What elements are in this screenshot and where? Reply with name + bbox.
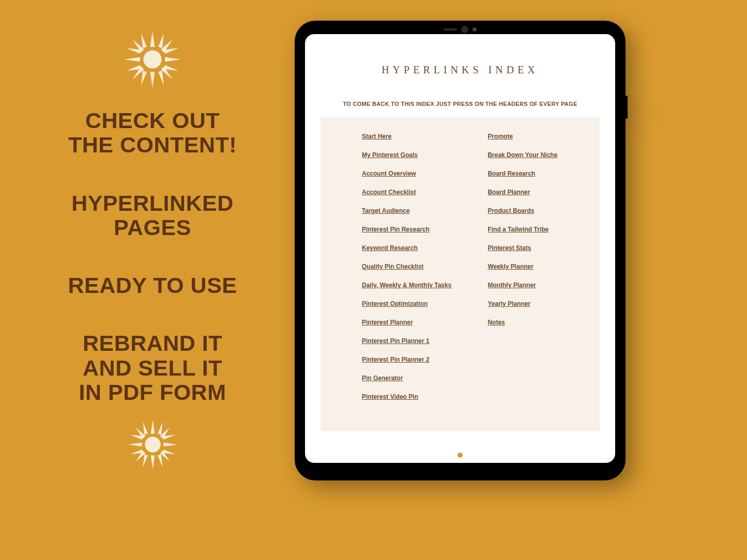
sunburst-icon xyxy=(128,420,177,469)
index-link[interactable]: Account Checklist xyxy=(362,189,451,196)
index-subtitle: TO COME BACK TO THIS INDEX JUST PRESS ON… xyxy=(305,101,615,107)
promo-line: CHECK OUT xyxy=(41,108,264,133)
sunburst-icon xyxy=(124,31,181,88)
index-link[interactable]: Daily, Weekly & Monthly Tasks xyxy=(362,282,451,289)
index-link[interactable]: Pinterest Optimization xyxy=(362,300,451,307)
index-link[interactable]: Keyword Research xyxy=(362,244,451,252)
tablet-bezel: HYPERLINKS INDEX TO COME BACK TO THIS IN… xyxy=(295,21,626,480)
index-link[interactable]: Pinterest Pin Research xyxy=(362,226,451,233)
index-link[interactable]: Board Planner xyxy=(487,189,557,196)
sensor-icon xyxy=(472,27,477,32)
promo-line: READY TO USE xyxy=(41,273,264,298)
index-link[interactable]: My Pinterest Goals xyxy=(362,151,451,159)
promo-left-column: CHECK OUT THE CONTENT! HYPERLINKED PAGES… xyxy=(41,31,264,469)
index-link[interactable]: Yearly Planner xyxy=(487,300,557,307)
promo-line: AND SELL IT xyxy=(41,356,264,380)
index-link[interactable]: Pinterest Stats xyxy=(487,244,557,252)
promo-line: IN PDF FORM xyxy=(41,380,264,405)
tablet-notch xyxy=(444,26,477,33)
index-link[interactable]: Pinterest Pin Planner 1 xyxy=(362,337,451,345)
index-link[interactable]: Quality Pin Checklist xyxy=(362,263,451,270)
promo-line: PAGES xyxy=(41,215,264,240)
index-link[interactable]: Monthly Planner xyxy=(487,282,557,289)
index-link[interactable]: Product Boards xyxy=(487,207,557,214)
home-indicator-icon xyxy=(458,453,463,458)
index-link[interactable]: Pinterest Video Pin xyxy=(362,393,451,400)
promo-headline-1: CHECK OUT THE CONTENT! xyxy=(41,108,264,158)
index-title: HYPERLINKS INDEX xyxy=(305,64,615,76)
index-column-2: Promote Break Down Your Niche Board Rese… xyxy=(487,133,557,416)
tablet-screen: HYPERLINKS INDEX TO COME BACK TO THIS IN… xyxy=(305,34,615,463)
svg-point-1 xyxy=(145,437,160,453)
svg-point-0 xyxy=(143,50,161,68)
index-link[interactable]: Break Down Your Niche xyxy=(487,151,557,159)
index-link[interactable]: Pinterest Pin Planner 2 xyxy=(362,356,451,363)
camera-icon xyxy=(461,26,468,33)
index-panel: Start Here My Pinterest Goals Account Ov… xyxy=(321,117,600,431)
index-link[interactable]: Board Research xyxy=(487,170,557,177)
index-link[interactable]: Notes xyxy=(487,319,557,326)
index-link[interactable]: Find a Tailwind Tribe xyxy=(487,226,557,233)
index-link[interactable]: Promote xyxy=(487,133,557,140)
promo-headline-4: REBRAND IT AND SELL IT IN PDF FORM xyxy=(41,331,264,405)
index-link[interactable]: Start Here xyxy=(362,133,451,140)
speaker-icon xyxy=(444,28,457,30)
promo-line: HYPERLINKED xyxy=(41,191,264,215)
index-link[interactable]: Target Audience xyxy=(362,207,451,214)
promo-headline-2: HYPERLINKED PAGES xyxy=(41,191,264,240)
index-link[interactable]: Weekly Planner xyxy=(487,263,557,270)
promo-headline-3: READY TO USE xyxy=(41,273,264,298)
index-column-1: Start Here My Pinterest Goals Account Ov… xyxy=(362,133,451,416)
tablet-mockup: HYPERLINKS INDEX TO COME BACK TO THIS IN… xyxy=(295,21,626,480)
index-link[interactable]: Account Overview xyxy=(362,170,451,177)
index-link[interactable]: Pin Generator xyxy=(362,375,451,382)
promo-line: THE CONTENT! xyxy=(41,133,264,157)
promo-line: REBRAND IT xyxy=(41,331,264,355)
tablet-side-button xyxy=(626,96,628,119)
index-link[interactable]: Pinterest Planner xyxy=(362,319,451,326)
